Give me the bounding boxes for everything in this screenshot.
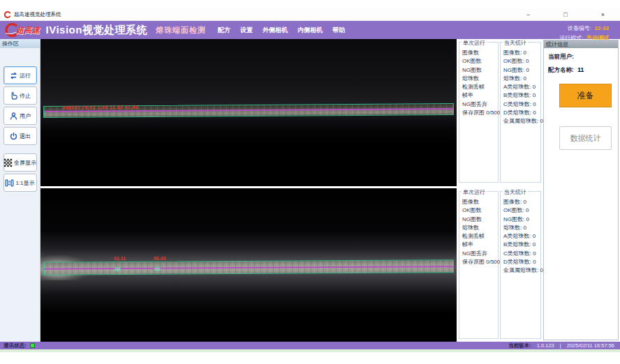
exit-button[interactable]: 退出 — [3, 127, 37, 145]
menu-item-recipe[interactable]: 配方 — [218, 26, 230, 35]
stat-row: 熔珠数 — [462, 75, 498, 83]
stat-row: 熔珠数: 0 — [503, 224, 540, 232]
stop-hand-icon — [9, 91, 18, 100]
weld-bead-detection-box: 53.11 56.43 — [43, 259, 454, 275]
device-id-value: 22-33 — [595, 25, 609, 31]
desktop-edge-strip — [0, 349, 620, 352]
stop-button-label: 停止 — [20, 92, 31, 100]
run-button[interactable]: 运行 — [3, 66, 37, 84]
status-separator: | — [560, 342, 561, 349]
stat-row: OK图数 — [462, 206, 498, 215]
defect-ellipse — [115, 267, 121, 271]
device-id-label: 设备编号: — [568, 25, 591, 31]
stat-row: 帧率 — [462, 241, 498, 249]
current-user-row: 当前用户: — [548, 53, 618, 61]
measurement-label: 53.11 — [114, 256, 126, 261]
stat-row: A类熔珠数: 0 — [503, 83, 540, 91]
stat-row: 图像数 — [462, 198, 498, 206]
window-titlebar: 超高速视觉处理系统 − □ × — [0, 9, 620, 21]
fullscreen-icon — [3, 158, 13, 167]
close-button[interactable]: × — [601, 12, 605, 18]
app-subtitle: 熔珠端面检测 — [156, 25, 206, 36]
exit-button-label: 退出 — [20, 132, 31, 140]
data-statistics-button[interactable]: 数据统计 — [559, 126, 612, 150]
version-value: 1.0.123 — [537, 342, 554, 349]
outer-camera-view[interactable]: 440885 79.83 1.49 31.53 41.49 — [40, 39, 457, 186]
inner-camera-view[interactable]: 53.11 56.43 — [40, 188, 457, 342]
user-button-label: 用户 — [20, 112, 31, 120]
stat-row: 保存原图 0/500 — [462, 258, 498, 266]
menu-item-inner-camera[interactable]: 内侧相机 — [297, 26, 323, 35]
run-button-label: 运行 — [20, 72, 31, 79]
fullscreen-button-label: 全屏显示 — [14, 159, 36, 167]
minimize-button[interactable]: − — [526, 12, 530, 18]
prepare-button[interactable]: 准备 — [559, 84, 612, 107]
stat-row: NG图数: 0 — [503, 215, 540, 224]
stat-row: D类熔珠数: 0 — [503, 258, 540, 266]
stop-button[interactable]: 停止 — [3, 86, 37, 105]
groupbox-title: 当天统计 — [503, 188, 528, 196]
groupbox-title: 当天统计 — [503, 39, 528, 47]
single-run-stats-top: 单次运行 图像数 OK图数 NG图数 熔珠数 检测丢帧 帧率 NG图丢弃 保存原… — [459, 42, 499, 183]
app-logo-icon — [4, 11, 11, 18]
stat-row: 图像数: 0 — [503, 198, 540, 206]
fullscreen-button[interactable]: 全屏显示 — [3, 153, 37, 172]
statistics-info-panel: 统计信息 当前用户: 配方名称: 11 准备 数据统计 — [543, 40, 619, 340]
current-user-label: 当前用户: — [548, 53, 574, 60]
stat-row: 帧率 — [462, 91, 498, 100]
status-bar-right: 当前版本: 1.0.123 | 2025/02/11 16:57:56 — [508, 342, 614, 349]
stat-row: OK图数 — [462, 57, 498, 66]
sidebar-title: 操作区 — [0, 39, 40, 48]
recipe-name-label: 配方名称: — [548, 66, 574, 73]
stat-row: C类熔珠数: 0 — [503, 100, 540, 109]
stat-row: 金属屑熔珠数: 0 — [503, 266, 540, 275]
window-controls: − □ × — [526, 9, 605, 21]
stat-row: 图像数 — [462, 49, 498, 57]
measurement-annotation: 440885 79.83 1.49 31.53 41.49 — [62, 105, 138, 110]
single-run-stats-bottom: 单次运行 图像数 OK图数 NG图数 熔珠数 检测丢帧 帧率 NG图丢弃 保存原… — [459, 191, 499, 339]
operation-sidebar: 操作区 运行 停止 用户 退出 全屏显示 — [0, 39, 40, 342]
run-icon — [9, 71, 18, 80]
stat-row: NG图数 — [462, 215, 498, 224]
groupbox-title: 单次运行 — [462, 39, 487, 47]
one-to-one-button-label: 1:1显示 — [15, 179, 34, 187]
stat-row: NG图数: 0 — [503, 66, 540, 75]
stat-row: D类熔珠数: 0 — [503, 109, 540, 117]
info-panel-title: 统计信息 — [544, 40, 618, 48]
measurement-label: 56.43 — [154, 256, 166, 261]
one-to-one-button[interactable]: 1:1显示 — [3, 174, 37, 192]
recipe-name-value: 11 — [577, 66, 584, 73]
stat-row: C类熔珠数: 0 — [503, 250, 540, 258]
groupbox-title: 单次运行 — [462, 188, 487, 196]
stat-row: 金属屑熔珠数: 0 — [503, 117, 540, 126]
stat-row: 熔珠数 — [462, 224, 498, 232]
window-title: 超高速视觉处理系统 — [14, 11, 61, 18]
stat-row: NG图丢弃 — [462, 250, 498, 258]
stat-row: OK图数: 0 — [503, 206, 540, 215]
menu-item-settings[interactable]: 设置 — [240, 26, 253, 35]
datetime-value: 2025/02/11 16:57:56 — [567, 342, 614, 349]
version-label: 当前版本: — [508, 342, 531, 349]
stat-row: 保存原图 0/500 — [462, 109, 498, 117]
stat-row: 检测丢帧 — [462, 83, 498, 91]
app-header: 超高速 IVision视觉处理系统 熔珠端面检测 配方 设置 外侧相机 内侧相机… — [0, 21, 620, 39]
user-button[interactable]: 用户 — [3, 107, 37, 125]
stat-row: A类熔珠数: 0 — [503, 232, 540, 241]
stat-row: NG图丢弃 — [462, 100, 498, 109]
user-icon — [9, 112, 18, 121]
daily-stats-top: 当天统计 图像数: 0 OK图数: 0 NG图数: 0 熔珠数: 0 A类熔珠数… — [500, 42, 541, 183]
menu-item-outer-camera[interactable]: 外侧相机 — [263, 26, 288, 35]
stat-row: OK图数: 0 — [503, 57, 540, 66]
recipe-name-row: 配方名称: 11 — [548, 66, 618, 75]
menu-item-help[interactable]: 帮助 — [332, 26, 345, 35]
stat-row: B类熔珠数: 0 — [503, 91, 540, 100]
comm-status-label: 通讯状态: — [3, 342, 27, 349]
stat-row: 检测丢帧 — [462, 232, 498, 241]
daily-stats-bottom: 当天统计 图像数: 0 OK图数: 0 NG图数: 0 熔珠数: 0 A类熔珠数… — [500, 191, 541, 339]
stat-row: B类熔珠数: 0 — [503, 241, 540, 249]
status-bar: 通讯状态: 当前版本: 1.0.123 | 2025/02/11 16:57:5… — [0, 342, 620, 349]
defect-ellipse — [154, 267, 161, 271]
one-to-one-icon — [5, 179, 14, 188]
device-info: 设备编号: 22-33 运行模式: 手动调试 — [559, 22, 609, 42]
maximize-button[interactable]: □ — [563, 12, 567, 18]
